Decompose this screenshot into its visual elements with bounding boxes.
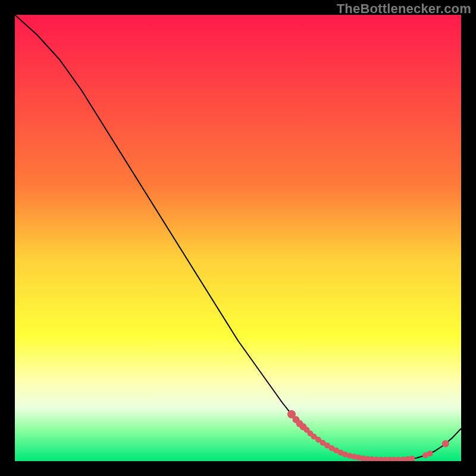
- plot-area: [15, 15, 461, 461]
- watermark-text: TheBottlenecker.com: [337, 1, 471, 17]
- marker-dot: [442, 440, 449, 447]
- marker-dot: [427, 450, 433, 456]
- gradient-background: [15, 15, 461, 461]
- chart-frame: TheBottlenecker.com: [0, 0, 476, 476]
- chart-svg: [15, 15, 461, 461]
